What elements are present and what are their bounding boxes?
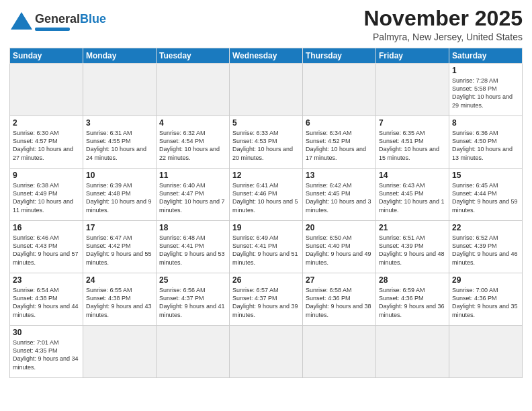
- day-number: 29: [452, 275, 519, 285]
- calendar-cell: 2Sunrise: 6:30 AM Sunset: 4:57 PM Daylig…: [10, 116, 83, 169]
- day-info: Sunrise: 6:36 AM Sunset: 4:50 PM Dayligh…: [452, 129, 519, 162]
- calendar-cell: [10, 64, 83, 116]
- day-info: Sunrise: 6:42 AM Sunset: 4:45 PM Dayligh…: [306, 181, 373, 214]
- calendar-cell: [376, 326, 449, 378]
- logo-area: General Blue: [9, 9, 106, 34]
- calendar-cell: 19Sunrise: 6:49 AM Sunset: 4:41 PM Dayli…: [230, 221, 303, 273]
- calendar-cell: 5Sunrise: 6:33 AM Sunset: 4:53 PM Daylig…: [230, 116, 303, 169]
- calendar-cell: 22Sunrise: 6:52 AM Sunset: 4:39 PM Dayli…: [449, 221, 523, 273]
- day-info: Sunrise: 6:52 AM Sunset: 4:39 PM Dayligh…: [452, 234, 519, 267]
- calendar-table: SundayMondayTuesdayWednesdayThursdayFrid…: [9, 48, 523, 378]
- day-info: Sunrise: 7:28 AM Sunset: 5:58 PM Dayligh…: [452, 77, 519, 109]
- day-info: Sunrise: 6:56 AM Sunset: 4:37 PM Dayligh…: [159, 286, 226, 319]
- calendar-header-friday: Friday: [376, 48, 449, 64]
- day-number: 19: [232, 223, 300, 232]
- calendar-cell: 25Sunrise: 6:56 AM Sunset: 4:37 PM Dayli…: [157, 273, 230, 326]
- day-number: 3: [86, 118, 153, 128]
- calendar-cell: 3Sunrise: 6:31 AM Sunset: 4:55 PM Daylig…: [83, 116, 157, 169]
- day-number: 23: [13, 275, 80, 285]
- calendar-cell: [230, 64, 303, 116]
- day-info: Sunrise: 7:01 AM Sunset: 4:35 PM Dayligh…: [13, 338, 80, 371]
- day-info: Sunrise: 6:39 AM Sunset: 4:48 PM Dayligh…: [86, 181, 153, 214]
- day-info: Sunrise: 6:30 AM Sunset: 4:57 PM Dayligh…: [13, 129, 80, 162]
- header: General Blue November 2025 Palmyra, New …: [9, 7, 523, 42]
- day-number: 16: [13, 223, 80, 232]
- day-number: 11: [159, 171, 226, 180]
- logo-underline: [35, 28, 70, 31]
- day-info: Sunrise: 6:54 AM Sunset: 4:38 PM Dayligh…: [13, 286, 80, 319]
- day-number: 21: [379, 223, 446, 232]
- day-info: Sunrise: 7:00 AM Sunset: 4:36 PM Dayligh…: [452, 286, 519, 319]
- day-info: Sunrise: 6:38 AM Sunset: 4:49 PM Dayligh…: [13, 181, 80, 214]
- day-number: 28: [379, 275, 446, 285]
- day-info: Sunrise: 6:57 AM Sunset: 4:37 PM Dayligh…: [232, 286, 300, 319]
- day-number: 5: [232, 118, 300, 128]
- calendar-cell: [83, 64, 157, 116]
- day-info: Sunrise: 6:49 AM Sunset: 4:41 PM Dayligh…: [232, 234, 300, 267]
- calendar-cell: 30Sunrise: 7:01 AM Sunset: 4:35 PM Dayli…: [10, 326, 83, 378]
- day-number: 26: [232, 275, 300, 285]
- day-info: Sunrise: 6:55 AM Sunset: 4:38 PM Dayligh…: [86, 286, 153, 319]
- day-number: 25: [159, 275, 226, 285]
- calendar-cell: [376, 64, 449, 116]
- calendar-cell: [157, 64, 230, 116]
- calendar-cell: 28Sunrise: 6:59 AM Sunset: 4:36 PM Dayli…: [376, 273, 449, 326]
- day-info: Sunrise: 6:50 AM Sunset: 4:40 PM Dayligh…: [306, 234, 373, 267]
- calendar-cell: [157, 326, 230, 378]
- page: General Blue November 2025 Palmyra, New …: [0, 0, 532, 411]
- location: Palmyra, New Jersey, United States: [363, 32, 523, 42]
- logo-general: General: [35, 12, 80, 26]
- calendar-cell: 15Sunrise: 6:45 AM Sunset: 4:44 PM Dayli…: [449, 169, 523, 221]
- day-number: 10: [86, 171, 153, 180]
- day-info: Sunrise: 6:58 AM Sunset: 4:36 PM Dayligh…: [306, 286, 373, 319]
- calendar-cell: [83, 326, 157, 378]
- day-number: 27: [306, 275, 373, 285]
- calendar-cell: 8Sunrise: 6:36 AM Sunset: 4:50 PM Daylig…: [449, 116, 523, 169]
- day-number: 12: [232, 171, 300, 180]
- calendar-cell: 12Sunrise: 6:41 AM Sunset: 4:46 PM Dayli…: [230, 169, 303, 221]
- calendar-cell: 23Sunrise: 6:54 AM Sunset: 4:38 PM Dayli…: [10, 273, 83, 326]
- day-number: 30: [13, 328, 80, 337]
- calendar-header-tuesday: Tuesday: [157, 48, 230, 64]
- title-area: November 2025 Palmyra, New Jersey, Unite…: [363, 7, 523, 42]
- day-number: 1: [452, 66, 519, 75]
- day-number: 17: [86, 223, 153, 232]
- calendar-cell: 20Sunrise: 6:50 AM Sunset: 4:40 PM Dayli…: [303, 221, 376, 273]
- day-number: 15: [452, 171, 519, 180]
- calendar-cell: 6Sunrise: 6:34 AM Sunset: 4:52 PM Daylig…: [303, 116, 376, 169]
- day-number: 20: [306, 223, 373, 232]
- calendar-cell: 11Sunrise: 6:40 AM Sunset: 4:47 PM Dayli…: [157, 169, 230, 221]
- calendar-cell: 4Sunrise: 6:32 AM Sunset: 4:54 PM Daylig…: [157, 116, 230, 169]
- calendar-header-thursday: Thursday: [303, 48, 376, 64]
- day-number: 4: [159, 118, 226, 128]
- day-info: Sunrise: 6:35 AM Sunset: 4:51 PM Dayligh…: [379, 129, 446, 162]
- day-info: Sunrise: 6:34 AM Sunset: 4:52 PM Dayligh…: [306, 129, 373, 162]
- calendar-cell: 21Sunrise: 6:51 AM Sunset: 4:39 PM Dayli…: [376, 221, 449, 273]
- calendar-header-saturday: Saturday: [449, 48, 523, 64]
- day-info: Sunrise: 6:59 AM Sunset: 4:36 PM Dayligh…: [379, 286, 446, 319]
- calendar-cell: 14Sunrise: 6:43 AM Sunset: 4:45 PM Dayli…: [376, 169, 449, 221]
- calendar-header-wednesday: Wednesday: [230, 48, 303, 64]
- calendar-header-row: SundayMondayTuesdayWednesdayThursdayFrid…: [10, 48, 523, 64]
- calendar-header-monday: Monday: [83, 48, 157, 64]
- day-info: Sunrise: 6:41 AM Sunset: 4:46 PM Dayligh…: [232, 181, 300, 214]
- svg-marker-0: [11, 12, 32, 30]
- logo-blue: Blue: [80, 12, 106, 26]
- calendar-cell: 13Sunrise: 6:42 AM Sunset: 4:45 PM Dayli…: [303, 169, 376, 221]
- day-info: Sunrise: 6:31 AM Sunset: 4:55 PM Dayligh…: [86, 129, 153, 162]
- calendar-cell: [230, 326, 303, 378]
- calendar-cell: 16Sunrise: 6:46 AM Sunset: 4:43 PM Dayli…: [10, 221, 83, 273]
- calendar-week-1: 2Sunrise: 6:30 AM Sunset: 4:57 PM Daylig…: [10, 116, 523, 169]
- calendar-cell: 10Sunrise: 6:39 AM Sunset: 4:48 PM Dayli…: [83, 169, 157, 221]
- calendar-cell: 24Sunrise: 6:55 AM Sunset: 4:38 PM Dayli…: [83, 273, 157, 326]
- calendar-cell: [303, 64, 376, 116]
- calendar-cell: 9Sunrise: 6:38 AM Sunset: 4:49 PM Daylig…: [10, 169, 83, 221]
- day-info: Sunrise: 6:45 AM Sunset: 4:44 PM Dayligh…: [452, 181, 519, 214]
- day-number: 8: [452, 118, 519, 128]
- day-info: Sunrise: 6:40 AM Sunset: 4:47 PM Dayligh…: [159, 181, 226, 214]
- calendar-cell: 29Sunrise: 7:00 AM Sunset: 4:36 PM Dayli…: [449, 273, 523, 326]
- calendar-cell: 27Sunrise: 6:58 AM Sunset: 4:36 PM Dayli…: [303, 273, 376, 326]
- calendar-cell: 7Sunrise: 6:35 AM Sunset: 4:51 PM Daylig…: [376, 116, 449, 169]
- calendar-cell: 17Sunrise: 6:47 AM Sunset: 4:42 PM Dayli…: [83, 221, 157, 273]
- day-info: Sunrise: 6:51 AM Sunset: 4:39 PM Dayligh…: [379, 234, 446, 267]
